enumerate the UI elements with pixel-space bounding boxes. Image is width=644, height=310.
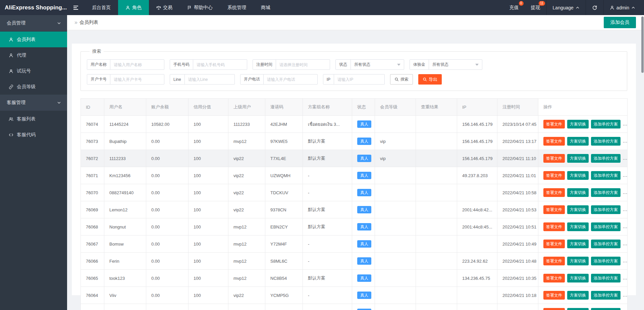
more-actions[interactable]: ... — [623, 293, 628, 298]
sidebar-item-member-level[interactable]: 会员等级 — [0, 79, 67, 95]
status-badge[interactable]: 真人 — [357, 240, 371, 248]
add-single-control-button[interactable]: 添加单控方案 — [591, 137, 621, 146]
cell-actions: 签署文件方案切换添加单控方案... — [538, 304, 628, 310]
add-single-control-button[interactable]: 添加单控方案 — [591, 257, 621, 265]
status-badge[interactable]: 真人 — [357, 120, 371, 128]
nav-item-admin[interactable]: admin — [603, 0, 641, 15]
status-badge[interactable]: 真人 — [357, 206, 371, 213]
sidebar-item-member-list[interactable]: 会员列表 — [0, 32, 67, 47]
plan-switch-button[interactable]: 方案切换 — [567, 274, 589, 282]
add-single-control-button[interactable]: 添加单控方案 — [591, 154, 621, 163]
add-single-control-button[interactable]: 添加单控方案 — [591, 188, 621, 197]
plan-switch-button[interactable]: 方案切换 — [567, 188, 589, 197]
plan-switch-button[interactable]: 方案切换 — [567, 171, 589, 180]
add-member-button[interactable]: 添加会员 — [604, 17, 636, 28]
nav-item-system[interactable]: 系统管理 — [220, 0, 254, 15]
sign-file-button[interactable]: 签署文件 — [543, 154, 565, 163]
sign-file-button[interactable]: 签署文件 — [543, 240, 565, 248]
sign-file-button[interactable]: 签署文件 — [543, 274, 565, 282]
menu-toggle-icon[interactable] — [67, 0, 85, 15]
cell-status: 真人 — [352, 150, 375, 167]
status-badge[interactable]: 真人 — [357, 274, 371, 282]
reg-time-input[interactable] — [276, 60, 330, 69]
cell-ip: 156.146.45.179 — [457, 116, 497, 133]
more-actions[interactable]: ... — [623, 190, 628, 195]
sign-file-button[interactable]: 签署文件 — [543, 137, 565, 146]
more-actions[interactable]: ... — [623, 258, 628, 263]
status-select[interactable]: 所有状态 — [351, 60, 404, 69]
add-single-control-button[interactable]: 添加单控方案 — [591, 274, 621, 282]
add-single-control-button[interactable]: 添加单控方案 — [591, 171, 621, 180]
sign-file-button[interactable]: 签署文件 — [543, 205, 565, 214]
plan-switch-button[interactable]: 方案切换 — [567, 257, 589, 265]
bank-phone-input[interactable] — [264, 74, 317, 84]
status-badge[interactable]: 真人 — [357, 138, 371, 145]
sign-file-button[interactable]: 签署文件 — [543, 120, 565, 128]
nav-item-withdraw[interactable]: 提现11 — [525, 0, 546, 15]
vertical-scrollbar-thumb[interactable] — [641, 16, 644, 73]
cell-balance: 0.00 — [146, 253, 189, 270]
ip-input[interactable] — [334, 74, 384, 84]
add-single-control-button[interactable]: 添加单控方案 — [591, 222, 621, 231]
phone-input[interactable] — [193, 60, 247, 69]
trial-bonus-select[interactable]: 所有状态 — [429, 60, 482, 69]
more-actions[interactable]: ... — [623, 121, 628, 126]
status-badge[interactable]: 真人 — [357, 292, 371, 299]
cell-level — [375, 167, 416, 184]
more-actions[interactable]: ... — [623, 224, 628, 229]
more-actions[interactable]: ... — [623, 139, 628, 144]
plan-switch-button[interactable]: 方案切换 — [567, 291, 589, 300]
sign-file-button[interactable]: 签署文件 — [543, 188, 565, 197]
sidebar-item-service-code[interactable]: 客服代码 — [0, 127, 67, 143]
nav-item-help-center[interactable]: 帮助中心 — [180, 0, 220, 15]
sign-file-button[interactable]: 签署文件 — [543, 308, 565, 310]
plan-switch-button[interactable]: 方案切换 — [567, 137, 589, 146]
status-badge[interactable]: 真人 — [357, 189, 371, 196]
nav-item-recharge[interactable]: 充值0 — [503, 0, 525, 15]
export-button[interactable]: 导出 — [418, 74, 442, 85]
status-badge[interactable]: 真人 — [357, 223, 371, 230]
nav-item-roles[interactable]: 角色 — [118, 0, 149, 15]
sign-file-button[interactable]: 签署文件 — [543, 291, 565, 300]
sidebar-group-member-management[interactable]: 会员管理 — [0, 15, 67, 32]
plan-switch-button[interactable]: 方案切换 — [567, 240, 589, 248]
status-badge[interactable]: 真人 — [357, 155, 371, 162]
more-actions[interactable]: ... — [623, 207, 628, 212]
line-input[interactable] — [185, 74, 234, 84]
nav-item-home[interactable]: 后台首页 — [85, 0, 118, 15]
status-badge[interactable]: 真人 — [357, 172, 371, 179]
plan-switch-button[interactable]: 方案切换 — [567, 205, 589, 214]
plan-switch-button[interactable]: 方案切换 — [567, 222, 589, 231]
username-input[interactable] — [110, 60, 164, 69]
search-button[interactable]: 搜索 — [390, 74, 413, 85]
sign-file-button[interactable]: 签署文件 — [543, 171, 565, 180]
more-actions[interactable]: ... — [623, 173, 628, 178]
nav-item-language[interactable]: Language — [546, 0, 586, 15]
plan-switch-button[interactable]: 方案切换 — [567, 120, 589, 128]
cell-username: Ppoo — [104, 304, 146, 310]
bank-card-input[interactable] — [110, 74, 164, 84]
nav-item-trade[interactable]: 交易 — [149, 0, 180, 15]
cell-username: 1112233 — [104, 150, 146, 167]
add-single-control-button[interactable]: 添加单控方案 — [591, 205, 621, 214]
nav-item-mall[interactable]: 商城 — [254, 0, 278, 15]
plan-switch-button[interactable]: 方案切换 — [567, 154, 589, 163]
sidebar-group-service-management[interactable]: 客服管理 — [0, 95, 67, 111]
nav-item-refresh[interactable] — [586, 0, 603, 15]
sidebar-item-agent[interactable]: 代理 — [0, 47, 67, 63]
add-single-control-button[interactable]: 添加单控方案 — [591, 291, 621, 300]
sign-file-button[interactable]: 签署文件 — [543, 257, 565, 265]
sidebar-item-demo-account[interactable]: 试玩号 — [0, 63, 67, 79]
status-badge[interactable]: 真人 — [357, 257, 371, 265]
sign-file-button[interactable]: 签署文件 — [543, 222, 565, 231]
breadcrumb-bar: » 会员列表 添加会员 — [67, 15, 644, 30]
add-single-control-button[interactable]: 添加单控方案 — [591, 308, 621, 310]
more-actions[interactable]: ... — [623, 156, 628, 161]
more-actions[interactable]: ... — [623, 241, 628, 246]
more-actions[interactable]: ... — [623, 275, 628, 280]
status-badge[interactable]: 真人 — [357, 309, 371, 310]
plan-switch-button[interactable]: 方案切换 — [567, 308, 589, 310]
sidebar-item-service-list[interactable]: 客服列表 — [0, 111, 67, 127]
add-single-control-button[interactable]: 添加单控方案 — [591, 240, 621, 248]
add-single-control-button[interactable]: 添加单控方案 — [591, 120, 621, 128]
